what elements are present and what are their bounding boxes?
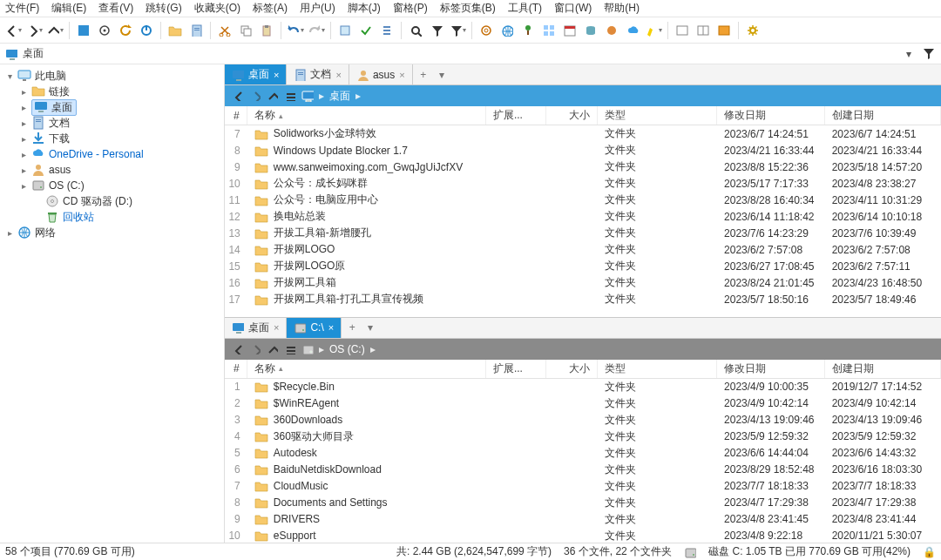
list-row[interactable]: 5Autodesk文件夹2023/6/6 14:44:042023/6/6 14… xyxy=(225,445,941,462)
col-index[interactable]: # xyxy=(225,360,247,378)
tab-dropdown-button[interactable]: ▾ xyxy=(362,318,378,338)
tab[interactable]: 桌面× xyxy=(225,318,287,338)
crumb-segment[interactable]: 桌面 xyxy=(329,89,350,104)
col-size[interactable]: 大小 xyxy=(546,106,598,125)
tab-close-button[interactable]: × xyxy=(274,70,279,80)
tab[interactable]: C:\× xyxy=(287,318,342,338)
pane-bottom-tabs[interactable]: 桌面×C:\×+▾ xyxy=(225,318,941,339)
highlight-icon[interactable] xyxy=(644,21,663,40)
cut-button[interactable] xyxy=(215,21,234,40)
menu-item[interactable]: 文件(F) xyxy=(5,1,39,16)
tree-item[interactable]: 回收站 xyxy=(0,209,224,225)
col-index[interactable]: # xyxy=(225,106,247,125)
pane-single-icon[interactable] xyxy=(673,21,692,40)
col-size[interactable]: 大小 xyxy=(546,360,598,378)
list-row[interactable]: 9www.sanweimoxing.com_GwqJgUiJcfXV文件夹202… xyxy=(225,159,941,175)
crumb-root-icon[interactable] xyxy=(301,90,314,102)
undo-button[interactable] xyxy=(286,21,305,40)
paste-button[interactable] xyxy=(257,21,276,40)
tree-icon[interactable] xyxy=(518,21,538,40)
list-row[interactable]: 4360驱动大师目录文件夹2023/5/9 12:59:322023/5/9 1… xyxy=(225,428,941,445)
col-created[interactable]: 创建日期 xyxy=(825,360,941,378)
list-row[interactable]: 10公众号：成长妈咪群文件夹2023/5/17 7:17:332023/4/8 … xyxy=(225,175,941,192)
col-modified[interactable]: 修改日期 xyxy=(717,360,825,378)
filter-icon[interactable] xyxy=(922,47,936,61)
crumb-root-icon[interactable] xyxy=(301,343,314,355)
copy-button[interactable] xyxy=(236,21,255,40)
list-row[interactable]: 1$Recycle.Bin文件夹2023/4/9 10:00:352019/12… xyxy=(225,379,941,395)
nav-back-button[interactable] xyxy=(3,21,23,40)
crumb-fwd-button[interactable] xyxy=(249,90,261,102)
menu-item[interactable]: 帮助(H) xyxy=(604,1,640,16)
list-row[interactable]: 8Documents and Settings文件夹2023/4/7 17:29… xyxy=(225,495,941,511)
list-row[interactable]: 2$WinREAgent文件夹2023/4/9 10:42:142023/4/9… xyxy=(225,395,941,412)
db-icon[interactable] xyxy=(581,21,600,40)
tab-close-button[interactable]: × xyxy=(399,70,404,80)
menu-item[interactable]: 标签页集(B) xyxy=(440,1,496,16)
crumb-menu-button[interactable] xyxy=(284,90,296,102)
tab-close-button[interactable]: × xyxy=(274,322,279,333)
calendar-icon[interactable] xyxy=(560,21,579,40)
list-row[interactable]: 8Windows Update Blocker 1.7文件夹2023/4/21 … xyxy=(225,142,941,159)
tree-expander[interactable]: ▸ xyxy=(19,134,28,144)
list-row[interactable]: 17开拔网工具箱-打孔工具宣传视频文件夹2023/5/7 18:50:16202… xyxy=(225,291,941,307)
menu-item[interactable]: 编辑(E) xyxy=(51,1,86,16)
list-row[interactable]: 16开拔网工具箱文件夹2023/8/24 21:01:452023/4/23 1… xyxy=(225,274,941,291)
list-row[interactable]: 3360Downloads文件夹2023/4/13 19:09:462023/4… xyxy=(225,412,941,428)
tree-item[interactable]: ▾此电脑 xyxy=(0,68,224,84)
redo-button[interactable] xyxy=(307,21,326,40)
ball-icon[interactable] xyxy=(602,21,621,40)
menu-item[interactable]: 标签(A) xyxy=(253,1,288,16)
menu-item[interactable]: 窗格(P) xyxy=(393,1,428,16)
menu-item[interactable]: 工具(T) xyxy=(508,1,542,16)
tree-item[interactable]: ▸桌面 xyxy=(0,99,224,115)
crumb-back-button[interactable] xyxy=(232,90,244,102)
tab[interactable]: 桌面× xyxy=(225,64,287,84)
tree-item[interactable]: ▸OS (C:) xyxy=(0,178,224,193)
tab-close-button[interactable]: × xyxy=(335,70,341,80)
tree-expander[interactable]: ▸ xyxy=(5,228,14,238)
tree-expander[interactable]: ▸ xyxy=(19,150,28,159)
list-row[interactable]: 9DRIVERS文件夹2023/4/8 23:41:452023/4/8 23:… xyxy=(225,511,941,528)
menu-item[interactable]: 收藏夹(O) xyxy=(194,1,240,16)
new-file-button[interactable] xyxy=(186,21,206,40)
list-row[interactable]: 13开拔工具箱-新增腰孔文件夹2023/7/6 14:23:292023/7/6… xyxy=(225,225,941,241)
find-button[interactable] xyxy=(406,21,425,40)
target-button[interactable] xyxy=(95,21,114,40)
pane-bottom-body[interactable]: 1$Recycle.Bin文件夹2023/4/9 10:00:352019/12… xyxy=(225,379,941,543)
menu-item[interactable]: 用户(U) xyxy=(300,1,335,16)
tree-expander[interactable]: ▾ xyxy=(5,71,14,81)
list-row[interactable]: 6BaiduNetdiskDownload文件夹2023/8/29 18:52:… xyxy=(225,462,941,478)
folder-tree[interactable]: ▾此电脑▸链接▸桌面▸文档▸下载▸OneDrive - Personal▸asu… xyxy=(0,64,225,543)
cloud2-icon[interactable] xyxy=(623,21,642,40)
list-row[interactable]: 12换电站总装文件夹2023/6/14 11:18:422023/6/14 10… xyxy=(225,208,941,225)
address-bar[interactable]: 桌面 ▾ xyxy=(0,44,941,64)
col-name[interactable]: 名称 xyxy=(247,106,486,125)
tree-item[interactable]: CD 驱动器 (D:) xyxy=(0,193,224,209)
crumb-segment[interactable]: OS (C:) xyxy=(329,343,365,355)
crumb-back-button[interactable] xyxy=(232,343,244,355)
col-type[interactable]: 类型 xyxy=(598,360,717,378)
tree-item[interactable]: ▸网络 xyxy=(0,225,224,240)
gear-icon[interactable] xyxy=(743,21,762,40)
tab-add-button[interactable]: + xyxy=(413,64,434,84)
col-created[interactable]: 创建日期 xyxy=(825,106,941,125)
tree-expander[interactable]: ▸ xyxy=(19,181,28,191)
nav-up-button[interactable] xyxy=(45,21,64,40)
crumb-up-button[interactable] xyxy=(267,90,279,102)
tree-item[interactable]: ▸文档 xyxy=(0,115,224,131)
tree-item[interactable]: ▸下载 xyxy=(0,131,224,146)
globe-icon[interactable] xyxy=(498,21,517,40)
filter-drop-button[interactable] xyxy=(448,21,467,40)
pane-top-crumbbar[interactable]: ▸ 桌面 ▸ xyxy=(225,85,941,106)
tree-expander[interactable]: ▸ xyxy=(19,103,28,112)
tab[interactable]: 文档× xyxy=(287,64,349,84)
list-row[interactable]: 7CloudMusic文件夹2023/7/7 18:18:332023/7/7 … xyxy=(225,478,941,495)
menu-item[interactable]: 脚本(J) xyxy=(348,1,381,16)
address-drop-button[interactable]: ▾ xyxy=(901,48,917,60)
col-modified[interactable]: 修改日期 xyxy=(717,106,825,125)
grid-icon[interactable] xyxy=(539,21,559,40)
crumb-up-button[interactable] xyxy=(267,343,279,355)
tree-expander[interactable]: ▸ xyxy=(19,118,28,128)
pane-bottom-header[interactable]: # 名称 扩展... 大小 类型 修改日期 创建日期 xyxy=(225,360,941,379)
